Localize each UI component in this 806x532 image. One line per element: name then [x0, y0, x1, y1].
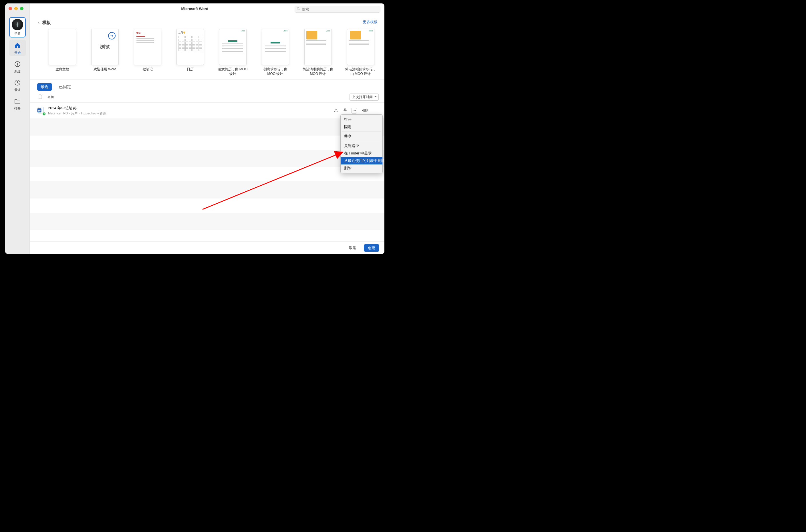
template-clean-resume-moo[interactable]: 简洁清晰的简历，由 MOO 设计: [302, 29, 334, 76]
share-icon[interactable]: [333, 108, 339, 114]
sidebar-item-recent[interactable]: 最近: [9, 77, 26, 93]
context-menu: 打开 固定 共享 复制路径 在 Finder 中显示 从最近使用的列表中删除 删…: [340, 114, 383, 173]
synced-badge-icon: [42, 112, 46, 116]
sidebar-user[interactable]: 学超: [9, 17, 26, 37]
template-thumb: [49, 29, 76, 65]
list-placeholder-row: [30, 230, 384, 240]
sidebar-item-label: 打开: [14, 107, 21, 111]
sidebar-item-label: 开始: [14, 51, 21, 55]
svg-point-13: [354, 110, 354, 111]
svg-line-8: [17, 83, 19, 83]
template-thumb: 浏览: [91, 29, 119, 65]
tab-recent[interactable]: 最近: [37, 83, 52, 91]
svg-text:W: W: [38, 109, 41, 112]
document-icon: [38, 94, 43, 100]
footer: 取消 创建: [30, 242, 384, 254]
list-placeholder-row: [30, 167, 384, 181]
templates-header: 模板: [30, 16, 384, 28]
cm-share[interactable]: 共享: [341, 133, 382, 140]
cancel-button[interactable]: 取消: [345, 244, 360, 252]
sort-dropdown[interactable]: 上次打开时间: [349, 94, 379, 101]
search-input[interactable]: [302, 7, 378, 11]
template-name: 欢迎使用 Word: [94, 67, 116, 72]
file-list: W 2024 年中总结表- Macintosh HD » 用户 » liuxue…: [30, 103, 384, 240]
home-icon: [14, 41, 21, 50]
template-blank[interactable]: 空白文档: [46, 29, 79, 72]
tab-pinned[interactable]: 已固定: [56, 83, 74, 91]
template-name: 做笔记: [142, 67, 153, 72]
svg-point-0: [297, 7, 299, 10]
arrow-tour-icon: [108, 32, 116, 39]
clock-icon: [14, 79, 21, 87]
chevron-down-icon[interactable]: [37, 21, 41, 24]
sidebar-item-label: 最近: [14, 88, 21, 92]
create-button[interactable]: 创建: [364, 244, 379, 252]
cm-copy-path[interactable]: 复制路径: [341, 142, 382, 150]
sidebar: 学超 开始 新建 最近: [5, 3, 30, 254]
cm-pin[interactable]: 固定: [341, 123, 382, 131]
file-time: 刚刚: [362, 108, 379, 113]
pin-icon[interactable]: [342, 108, 348, 114]
calendar-grid: [178, 36, 202, 51]
template-resume-moo[interactable]: 创意简历，由 MOO 设计: [216, 29, 249, 76]
window-title: Microsoft Word: [181, 6, 208, 11]
sidebar-user-label: 学超: [14, 32, 21, 36]
sort-label: 上次打开时间: [352, 95, 373, 99]
svg-point-14: [355, 110, 356, 111]
template-thumb: [219, 29, 247, 65]
file-meta: 2024 年中总结表- Macintosh HD » 用户 » liuxuech…: [48, 106, 106, 116]
template-name: 创意简历，由 MOO 设计: [216, 67, 249, 76]
file-path: Macintosh HD » 用户 » liuxuechao » 资源: [48, 111, 106, 116]
folder-icon: [14, 97, 21, 105]
list-placeholder-row: [30, 181, 384, 198]
more-templates-link[interactable]: 更多模板: [363, 19, 378, 24]
zoom-window-button[interactable]: [20, 7, 23, 10]
list-placeholder-row: [30, 150, 384, 167]
cm-delete[interactable]: 删除: [341, 165, 382, 172]
template-calendar[interactable]: 1 月年 日历: [174, 29, 207, 72]
sidebar-item-open[interactable]: 打开: [9, 96, 26, 112]
search-field-wrap[interactable]: [294, 6, 380, 13]
template-name: 简洁清晰的简历，由 MOO 设计: [302, 67, 334, 76]
file-row[interactable]: W 2024 年中总结表- Macintosh HD » 用户 » liuxue…: [30, 103, 384, 118]
cm-reveal-finder[interactable]: 在 Finder 中显示: [341, 150, 382, 157]
close-window-button[interactable]: [8, 7, 12, 10]
search-icon: [296, 7, 300, 12]
plus-circle-icon: [14, 60, 21, 68]
file-actions: [333, 108, 357, 114]
word-file-icon: W: [37, 107, 45, 115]
list-header: 名称 上次打开时间: [30, 92, 384, 103]
template-name: 日历: [187, 67, 194, 72]
cm-remove-from-recent[interactable]: 从最近使用的列表中删除: [341, 157, 382, 165]
column-name[interactable]: 名称: [47, 95, 54, 99]
list-placeholder-row: [30, 136, 384, 150]
file-name: 2024 年中总结表-: [48, 106, 106, 111]
menu-separator: [342, 132, 381, 132]
sidebar-item-new[interactable]: 新建: [9, 58, 26, 75]
app-window: Microsoft Word 学超 开始: [5, 3, 384, 254]
templates-title: 模板: [42, 20, 51, 25]
template-browse-label: 浏览: [100, 43, 110, 50]
user-avatar: [12, 19, 23, 30]
cal-head-a: 1 月: [178, 31, 183, 34]
template-welcome[interactable]: 浏览 欢迎使用 Word: [89, 29, 121, 72]
cm-open[interactable]: 打开: [341, 116, 382, 123]
template-clean-coverletter-moo[interactable]: 简洁清晰的求职信，由 MOO 设计: [344, 29, 377, 76]
svg-line-1: [299, 9, 300, 10]
more-icon[interactable]: [351, 108, 357, 114]
template-notes[interactable]: 笔记 做笔记: [131, 29, 164, 72]
sidebar-item-home[interactable]: 开始: [9, 40, 26, 56]
template-coverletter-moo[interactable]: 创意求职信，由 MOO 设计: [259, 29, 292, 76]
titlebar: Microsoft Word: [5, 3, 384, 14]
list-placeholder-row: [30, 213, 384, 230]
template-thumb: [347, 29, 375, 65]
svg-point-12: [353, 110, 353, 111]
template-thumb: [262, 29, 289, 65]
cal-head-b: 年: [183, 31, 186, 34]
list-placeholder-row: [30, 118, 384, 136]
template-name: 简洁清晰的求职信，由 MOO 设计: [344, 67, 377, 76]
template-thumb: [304, 29, 332, 65]
minimize-window-button[interactable]: [14, 7, 18, 10]
window-controls: [8, 7, 23, 10]
main-content: 模板 更多模板 空白文档 浏览 欢迎使用 Word: [30, 3, 384, 254]
